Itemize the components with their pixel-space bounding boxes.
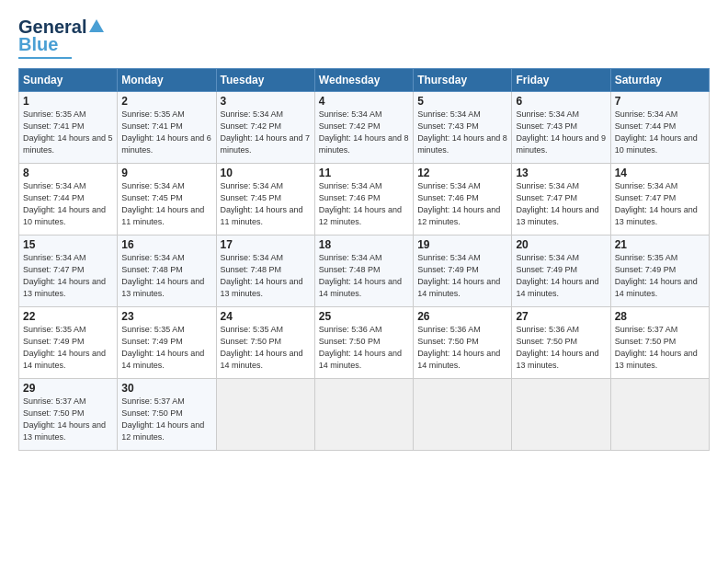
calendar-cell: 1 Sunrise: 5:35 AMSunset: 7:41 PMDayligh… bbox=[19, 92, 118, 164]
day-number: 21 bbox=[615, 238, 705, 251]
calendar-cell bbox=[512, 379, 610, 451]
day-number: 9 bbox=[121, 167, 211, 179]
calendar-cell: 29 Sunrise: 5:37 AMSunset: 7:50 PMDaylig… bbox=[19, 379, 118, 451]
day-number: 16 bbox=[121, 238, 211, 251]
calendar-week-3: 15 Sunrise: 5:34 AMSunset: 7:47 PMDaylig… bbox=[19, 236, 710, 307]
calendar-week-1: 1 Sunrise: 5:35 AMSunset: 7:41 PMDayligh… bbox=[19, 92, 710, 164]
day-info: Sunrise: 5:34 AMSunset: 7:43 PMDaylight:… bbox=[417, 109, 507, 155]
day-info: Sunrise: 5:35 AMSunset: 7:41 PMDaylight:… bbox=[121, 109, 211, 155]
calendar-cell: 9 Sunrise: 5:34 AMSunset: 7:45 PMDayligh… bbox=[118, 164, 216, 236]
day-number: 22 bbox=[23, 310, 113, 323]
day-info: Sunrise: 5:34 AMSunset: 7:46 PMDaylight:… bbox=[319, 181, 402, 226]
logo-underline bbox=[18, 57, 72, 59]
day-info: Sunrise: 5:34 AMSunset: 7:48 PMDaylight:… bbox=[221, 253, 303, 298]
calendar-cell bbox=[314, 379, 413, 451]
calendar-cell: 3 Sunrise: 5:34 AMSunset: 7:42 PMDayligh… bbox=[216, 92, 314, 164]
day-info: Sunrise: 5:34 AMSunset: 7:47 PMDaylight:… bbox=[516, 181, 598, 226]
day-number: 23 bbox=[121, 310, 211, 323]
calendar-table: SundayMondayTuesdayWednesdayThursdayFrid… bbox=[18, 68, 710, 451]
day-info: Sunrise: 5:34 AMSunset: 7:45 PMDaylight:… bbox=[221, 181, 303, 226]
day-info: Sunrise: 5:36 AMSunset: 7:50 PMDaylight:… bbox=[319, 325, 402, 370]
calendar-header-row: SundayMondayTuesdayWednesdayThursdayFrid… bbox=[19, 69, 710, 92]
calendar-cell: 26 Sunrise: 5:36 AMSunset: 7:50 PMDaylig… bbox=[414, 307, 512, 379]
calendar-cell: 8 Sunrise: 5:34 AMSunset: 7:44 PMDayligh… bbox=[19, 164, 118, 236]
calendar-cell: 6 Sunrise: 5:34 AMSunset: 7:43 PMDayligh… bbox=[512, 92, 610, 164]
day-number: 13 bbox=[516, 167, 606, 179]
calendar-cell: 12 Sunrise: 5:34 AMSunset: 7:46 PMDaylig… bbox=[414, 164, 512, 236]
day-number: 14 bbox=[615, 167, 705, 179]
day-number: 10 bbox=[221, 167, 311, 179]
day-number: 26 bbox=[417, 310, 507, 323]
day-number: 12 bbox=[417, 167, 507, 179]
calendar-cell: 23 Sunrise: 5:35 AMSunset: 7:49 PMDaylig… bbox=[118, 307, 216, 379]
calendar-cell: 22 Sunrise: 5:35 AMSunset: 7:49 PMDaylig… bbox=[19, 307, 118, 379]
calendar-cell: 18 Sunrise: 5:34 AMSunset: 7:48 PMDaylig… bbox=[314, 236, 413, 307]
header-cell-saturday: Saturday bbox=[610, 69, 709, 92]
calendar-cell: 13 Sunrise: 5:34 AMSunset: 7:47 PMDaylig… bbox=[512, 164, 610, 236]
calendar-cell: 7 Sunrise: 5:34 AMSunset: 7:44 PMDayligh… bbox=[610, 92, 709, 164]
day-info: Sunrise: 5:37 AMSunset: 7:50 PMDaylight:… bbox=[121, 396, 204, 442]
day-number: 19 bbox=[417, 238, 507, 251]
day-info: Sunrise: 5:34 AMSunset: 7:45 PMDaylight:… bbox=[121, 181, 204, 226]
day-info: Sunrise: 5:35 AMSunset: 7:41 PMDaylight:… bbox=[23, 109, 113, 155]
calendar-cell bbox=[216, 379, 314, 451]
day-number: 25 bbox=[319, 310, 409, 323]
day-number: 3 bbox=[221, 95, 311, 108]
calendar-cell: 20 Sunrise: 5:34 AMSunset: 7:49 PMDaylig… bbox=[512, 236, 610, 307]
calendar-cell bbox=[610, 379, 709, 451]
header-cell-friday: Friday bbox=[512, 69, 610, 92]
day-number: 28 bbox=[615, 310, 705, 323]
day-number: 7 bbox=[615, 95, 705, 108]
calendar-cell: 16 Sunrise: 5:34 AMSunset: 7:48 PMDaylig… bbox=[118, 236, 216, 307]
day-number: 29 bbox=[23, 382, 113, 395]
day-info: Sunrise: 5:34 AMSunset: 7:43 PMDaylight:… bbox=[516, 109, 606, 155]
header-cell-tuesday: Tuesday bbox=[216, 69, 314, 92]
calendar-cell: 25 Sunrise: 5:36 AMSunset: 7:50 PMDaylig… bbox=[314, 307, 413, 379]
calendar-cell: 24 Sunrise: 5:35 AMSunset: 7:50 PMDaylig… bbox=[216, 307, 314, 379]
day-number: 24 bbox=[221, 310, 311, 323]
logo-blue: Blue bbox=[18, 34, 58, 55]
calendar-cell: 5 Sunrise: 5:34 AMSunset: 7:43 PMDayligh… bbox=[414, 92, 512, 164]
calendar-cell: 17 Sunrise: 5:34 AMSunset: 7:48 PMDaylig… bbox=[216, 236, 314, 307]
day-info: Sunrise: 5:35 AMSunset: 7:49 PMDaylight:… bbox=[121, 325, 204, 370]
day-number: 15 bbox=[23, 238, 113, 251]
day-info: Sunrise: 5:34 AMSunset: 7:48 PMDaylight:… bbox=[319, 253, 402, 298]
svg-marker-0 bbox=[89, 19, 104, 32]
calendar-cell: 30 Sunrise: 5:37 AMSunset: 7:50 PMDaylig… bbox=[118, 379, 216, 451]
day-number: 5 bbox=[417, 95, 507, 108]
calendar-body: 1 Sunrise: 5:35 AMSunset: 7:41 PMDayligh… bbox=[19, 92, 710, 451]
day-info: Sunrise: 5:35 AMSunset: 7:49 PMDaylight:… bbox=[615, 253, 698, 298]
logo: General Blue bbox=[18, 17, 105, 59]
calendar-cell: 19 Sunrise: 5:34 AMSunset: 7:49 PMDaylig… bbox=[414, 236, 512, 307]
day-number: 18 bbox=[319, 238, 409, 251]
day-number: 2 bbox=[121, 95, 211, 108]
day-info: Sunrise: 5:34 AMSunset: 7:48 PMDaylight:… bbox=[121, 253, 204, 298]
calendar-cell: 28 Sunrise: 5:37 AMSunset: 7:50 PMDaylig… bbox=[610, 307, 709, 379]
calendar-week-2: 8 Sunrise: 5:34 AMSunset: 7:44 PMDayligh… bbox=[19, 164, 710, 236]
calendar-cell: 4 Sunrise: 5:34 AMSunset: 7:42 PMDayligh… bbox=[314, 92, 413, 164]
day-number: 30 bbox=[121, 382, 211, 395]
day-info: Sunrise: 5:34 AMSunset: 7:42 PMDaylight:… bbox=[221, 109, 311, 155]
day-info: Sunrise: 5:34 AMSunset: 7:46 PMDaylight:… bbox=[417, 181, 500, 226]
calendar-cell: 10 Sunrise: 5:34 AMSunset: 7:45 PMDaylig… bbox=[216, 164, 314, 236]
day-info: Sunrise: 5:34 AMSunset: 7:49 PMDaylight:… bbox=[516, 253, 598, 298]
calendar-cell bbox=[414, 379, 512, 451]
calendar-cell: 14 Sunrise: 5:34 AMSunset: 7:47 PMDaylig… bbox=[610, 164, 709, 236]
day-number: 11 bbox=[319, 167, 409, 179]
logo-icon bbox=[88, 17, 105, 34]
day-info: Sunrise: 5:34 AMSunset: 7:44 PMDaylight:… bbox=[23, 181, 106, 226]
day-info: Sunrise: 5:34 AMSunset: 7:42 PMDaylight:… bbox=[319, 109, 409, 155]
day-info: Sunrise: 5:37 AMSunset: 7:50 PMDaylight:… bbox=[615, 325, 698, 370]
day-info: Sunrise: 5:34 AMSunset: 7:49 PMDaylight:… bbox=[417, 253, 500, 298]
day-info: Sunrise: 5:36 AMSunset: 7:50 PMDaylight:… bbox=[417, 325, 500, 370]
day-number: 27 bbox=[516, 310, 606, 323]
calendar-page: General Blue SundayMondayTuesdayWednesda… bbox=[0, 0, 728, 563]
day-info: Sunrise: 5:34 AMSunset: 7:44 PMDaylight:… bbox=[615, 109, 698, 155]
header: General Blue bbox=[18, 17, 710, 59]
day-info: Sunrise: 5:35 AMSunset: 7:50 PMDaylight:… bbox=[221, 325, 303, 370]
header-cell-thursday: Thursday bbox=[414, 69, 512, 92]
calendar-cell: 21 Sunrise: 5:35 AMSunset: 7:49 PMDaylig… bbox=[610, 236, 709, 307]
day-number: 4 bbox=[319, 95, 409, 108]
day-info: Sunrise: 5:37 AMSunset: 7:50 PMDaylight:… bbox=[23, 396, 106, 442]
calendar-week-5: 29 Sunrise: 5:37 AMSunset: 7:50 PMDaylig… bbox=[19, 379, 710, 451]
